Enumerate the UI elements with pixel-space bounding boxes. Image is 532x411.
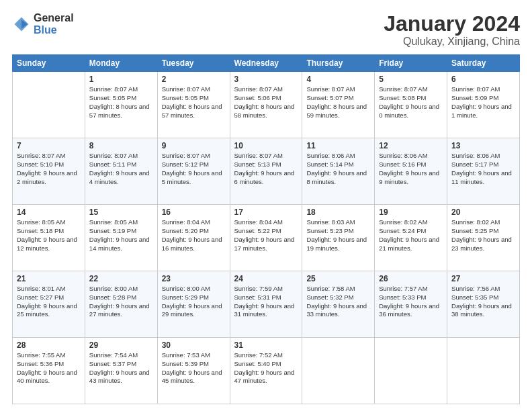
day-number: 3 [234,75,298,84]
day-number: 7 [17,141,81,150]
day-detail: Sunrise: 7:57 AMSunset: 5:33 PMDaylight:… [379,285,443,319]
day-number: 5 [379,75,443,84]
day-number: 31 [234,340,298,350]
day-number: 19 [379,208,443,217]
day-detail: Sunrise: 7:59 AMSunset: 5:31 PMDaylight:… [234,285,298,319]
day-detail: Sunrise: 8:00 AMSunset: 5:28 PMDaylight:… [89,285,153,319]
day-number: 16 [162,208,226,217]
day-detail: Sunrise: 8:01 AMSunset: 5:27 PMDaylight:… [17,285,81,319]
day-number: 13 [451,141,515,150]
calendar-cell: 2Sunrise: 8:07 AMSunset: 5:05 PMDaylight… [157,72,230,138]
calendar-cell: 27Sunrise: 7:56 AMSunset: 5:35 PMDayligh… [447,271,520,338]
weekday-header-monday: Monday [85,55,157,72]
day-detail: Sunrise: 8:05 AMSunset: 5:18 PMDaylight:… [17,218,81,253]
day-detail: Sunrise: 7:53 AMSunset: 5:39 PMDaylight:… [162,351,226,385]
day-number: 26 [379,274,443,283]
calendar-cell: 5Sunrise: 8:07 AMSunset: 5:08 PMDaylight… [375,72,447,138]
calendar-cell: 6Sunrise: 8:07 AMSunset: 5:09 PMDaylight… [447,72,520,138]
day-number: 21 [17,274,81,283]
calendar-cell: 7Sunrise: 8:07 AMSunset: 5:10 PMDaylight… [13,138,85,205]
logo-general-text: General [34,12,74,24]
calendar-cell: 13Sunrise: 8:06 AMSunset: 5:17 PMDayligh… [447,138,520,205]
day-detail: Sunrise: 8:07 AMSunset: 5:07 PMDaylight:… [306,85,370,120]
day-number: 11 [306,141,370,150]
calendar-cell: 9Sunrise: 8:07 AMSunset: 5:12 PMDaylight… [157,138,230,205]
weekday-header-sunday: Sunday [13,55,85,72]
day-number: 23 [162,274,226,283]
calendar-cell: 26Sunrise: 7:57 AMSunset: 5:33 PMDayligh… [375,271,447,338]
day-detail: Sunrise: 8:07 AMSunset: 5:05 PMDaylight:… [162,85,226,120]
calendar-cell: 18Sunrise: 8:03 AMSunset: 5:23 PMDayligh… [302,205,375,271]
day-detail: Sunrise: 8:03 AMSunset: 5:23 PMDaylight:… [306,218,370,253]
calendar-cell [375,338,447,404]
calendar-cell: 23Sunrise: 8:00 AMSunset: 5:29 PMDayligh… [157,271,230,338]
day-detail: Sunrise: 8:07 AMSunset: 5:06 PMDaylight:… [234,85,298,120]
day-number: 24 [234,274,298,283]
weekday-header-friday: Friday [375,55,447,72]
day-number: 8 [89,141,153,150]
day-number: 10 [234,141,298,150]
day-detail: Sunrise: 8:07 AMSunset: 5:09 PMDaylight:… [451,85,515,120]
day-detail: Sunrise: 8:07 AMSunset: 5:05 PMDaylight:… [89,85,153,120]
weekday-header-tuesday: Tuesday [157,55,230,72]
day-number: 4 [306,75,370,84]
logo-text: General Blue [34,12,74,36]
calendar-cell: 28Sunrise: 7:55 AMSunset: 5:36 PMDayligh… [13,338,85,404]
title-block: January 2024 Qulukay, Xinjiang, China [384,12,520,48]
day-detail: Sunrise: 7:52 AMSunset: 5:40 PMDaylight:… [234,351,298,385]
day-detail: Sunrise: 7:58 AMSunset: 5:32 PMDaylight:… [306,285,370,319]
weekday-header-saturday: Saturday [447,55,520,72]
calendar-cell: 11Sunrise: 8:06 AMSunset: 5:14 PMDayligh… [302,138,375,205]
calendar-week-4: 21Sunrise: 8:01 AMSunset: 5:27 PMDayligh… [13,271,520,338]
calendar-week-2: 7Sunrise: 8:07 AMSunset: 5:10 PMDaylight… [13,138,520,205]
day-number: 14 [17,208,81,217]
calendar-week-5: 28Sunrise: 7:55 AMSunset: 5:36 PMDayligh… [13,338,520,404]
calendar-cell: 14Sunrise: 8:05 AMSunset: 5:18 PMDayligh… [13,205,85,271]
day-detail: Sunrise: 8:07 AMSunset: 5:12 PMDaylight:… [162,152,226,186]
weekday-header-wednesday: Wednesday [230,55,302,72]
calendar-cell: 17Sunrise: 8:04 AMSunset: 5:22 PMDayligh… [230,205,302,271]
day-number: 29 [89,340,153,350]
day-detail: Sunrise: 8:05 AMSunset: 5:19 PMDaylight:… [89,218,153,253]
day-detail: Sunrise: 7:56 AMSunset: 5:35 PMDaylight:… [451,285,515,319]
calendar-cell [302,338,375,404]
day-detail: Sunrise: 8:07 AMSunset: 5:10 PMDaylight:… [17,152,81,186]
day-detail: Sunrise: 7:54 AMSunset: 5:37 PMDaylight:… [89,351,153,385]
day-number: 30 [162,340,226,350]
day-number: 1 [89,75,153,84]
calendar-cell: 31Sunrise: 7:52 AMSunset: 5:40 PMDayligh… [230,338,302,404]
weekday-header-thursday: Thursday [302,55,375,72]
day-detail: Sunrise: 8:06 AMSunset: 5:16 PMDaylight:… [379,152,443,186]
day-number: 6 [451,75,515,84]
calendar-cell: 19Sunrise: 8:02 AMSunset: 5:24 PMDayligh… [375,205,447,271]
day-detail: Sunrise: 8:04 AMSunset: 5:20 PMDaylight:… [162,218,226,253]
day-detail: Sunrise: 8:06 AMSunset: 5:17 PMDaylight:… [451,152,515,186]
page: General Blue January 2024 Qulukay, Xinji… [0,0,532,411]
day-detail: Sunrise: 8:02 AMSunset: 5:25 PMDaylight:… [451,218,515,253]
location: Qulukay, Xinjiang, China [384,36,520,48]
day-number: 27 [451,274,515,283]
svg-marker-2 [17,19,21,29]
day-number: 2 [162,75,226,84]
day-detail: Sunrise: 8:07 AMSunset: 5:13 PMDaylight:… [234,152,298,186]
calendar-cell: 15Sunrise: 8:05 AMSunset: 5:19 PMDayligh… [85,205,157,271]
calendar-cell: 25Sunrise: 7:58 AMSunset: 5:32 PMDayligh… [302,271,375,338]
logo-blue-text: Blue [34,24,74,36]
calendar-week-1: 1Sunrise: 8:07 AMSunset: 5:05 PMDaylight… [13,72,520,138]
calendar-cell [447,338,520,404]
calendar-cell: 1Sunrise: 8:07 AMSunset: 5:05 PMDaylight… [85,72,157,138]
calendar-cell [13,72,85,138]
day-detail: Sunrise: 8:06 AMSunset: 5:14 PMDaylight:… [306,152,370,186]
day-number: 12 [379,141,443,150]
day-number: 15 [89,208,153,217]
day-number: 22 [89,274,153,283]
calendar-cell: 16Sunrise: 8:04 AMSunset: 5:20 PMDayligh… [157,205,230,271]
header: General Blue January 2024 Qulukay, Xinji… [12,12,520,48]
day-number: 25 [306,274,370,283]
calendar-cell: 22Sunrise: 8:00 AMSunset: 5:28 PMDayligh… [85,271,157,338]
day-detail: Sunrise: 8:07 AMSunset: 5:11 PMDaylight:… [89,152,153,186]
calendar-cell: 8Sunrise: 8:07 AMSunset: 5:11 PMDaylight… [85,138,157,205]
calendar-week-3: 14Sunrise: 8:05 AMSunset: 5:18 PMDayligh… [13,205,520,271]
header-row: SundayMondayTuesdayWednesdayThursdayFrid… [13,55,520,72]
calendar-cell: 3Sunrise: 8:07 AMSunset: 5:06 PMDaylight… [230,72,302,138]
